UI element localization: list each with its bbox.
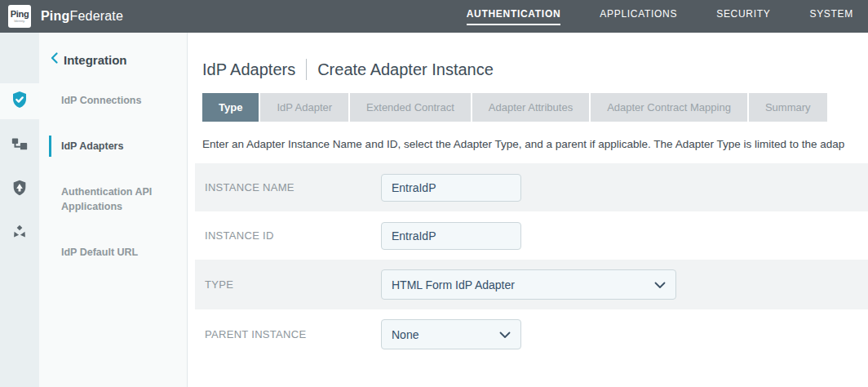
- ping-logo: Ping Identity.: [8, 5, 31, 28]
- sidebar-item-authentication-api-applications[interactable]: Authentication API Applications: [49, 181, 179, 217]
- type-dropdown[interactable]: HTML Form IdP Adapter: [381, 269, 676, 300]
- rail-item-system[interactable]: [0, 216, 39, 251]
- nav-security[interactable]: SECURITY: [716, 8, 770, 25]
- instance-id-input[interactable]: [381, 222, 521, 250]
- chevron-down-icon: [499, 328, 511, 341]
- wizard-tabs: Type IdP Adapter Extended Contract Adapt…: [202, 93, 868, 122]
- sidebar-section-header[interactable]: Integration: [49, 52, 187, 67]
- nav-authentication[interactable]: AUTHENTICATION: [467, 8, 561, 25]
- app-header: Ping Identity. PingFederate AUTHENTICATI…: [0, 0, 868, 33]
- tab-adapter-attributes[interactable]: Adapter Attributes: [472, 93, 589, 122]
- system-icon: [11, 223, 29, 244]
- sidebar-item-idp-connections[interactable]: IdP Connections: [49, 90, 179, 111]
- parent-instance-dropdown-value: None: [392, 328, 418, 341]
- icon-rail: [0, 33, 39, 387]
- adapter-form: INSTANCE NAME INSTANCE ID TYPE HTML Form…: [195, 163, 868, 359]
- sidebar: Integration IdP Connections IdP Adapters…: [39, 33, 188, 387]
- sidebar-section-label: Integration: [64, 53, 127, 67]
- instance-name-label: INSTANCE NAME: [205, 181, 381, 194]
- title-separator: [306, 59, 307, 80]
- shield-check-icon: [10, 90, 29, 113]
- type-dropdown-value: HTML Form IdP Adapter: [392, 278, 515, 291]
- chevron-left-icon: [51, 52, 58, 67]
- instance-name-input[interactable]: [381, 174, 521, 202]
- form-row-type: TYPE HTML Form IdP Adapter: [195, 260, 868, 309]
- nav-system[interactable]: SYSTEM: [809, 8, 853, 25]
- shield-arrow-icon: [11, 179, 29, 200]
- nav-applications[interactable]: APPLICATIONS: [600, 8, 677, 25]
- ping-logo-text: Ping: [11, 10, 29, 19]
- brand-light: Federate: [69, 9, 123, 23]
- tab-type[interactable]: Type: [202, 93, 259, 122]
- type-label: TYPE: [205, 278, 381, 291]
- sidebar-item-idp-adapters[interactable]: IdP Adapters: [49, 136, 179, 157]
- main-content: IdP Adapters Create Adapter Instance Typ…: [188, 33, 868, 387]
- top-nav: AUTHENTICATION APPLICATIONS SECURITY SYS…: [467, 8, 853, 25]
- form-row-parent-instance: PARENT INSTANCE None: [195, 309, 868, 359]
- form-row-instance-id: INSTANCE ID: [195, 211, 868, 260]
- rail-item-security[interactable]: [0, 171, 39, 207]
- sidebar-item-idp-default-url[interactable]: IdP Default URL: [49, 242, 179, 263]
- rail-item-authentication[interactable]: [0, 83, 39, 119]
- tab-adapter-contract-mapping[interactable]: Adapter Contract Mapping: [591, 93, 747, 122]
- page-title: IdP Adapters Create Adapter Instance: [202, 59, 868, 80]
- parent-instance-label: PARENT INSTANCE: [205, 328, 381, 340]
- tab-summary[interactable]: Summary: [749, 93, 827, 122]
- page-title-secondary: Create Adapter Instance: [317, 60, 494, 79]
- parent-instance-dropdown[interactable]: None: [381, 319, 521, 349]
- page-description: Enter an Adapter Instance Name and ID, s…: [202, 138, 868, 150]
- form-row-instance-name: INSTANCE NAME: [195, 163, 868, 211]
- sitemap-icon: [11, 135, 29, 156]
- app-title: PingFederate: [41, 9, 123, 24]
- sidebar-nav: IdP Connections IdP Adapters Authenticat…: [49, 90, 187, 263]
- chevron-down-icon: [654, 278, 666, 291]
- page-title-primary: IdP Adapters: [202, 60, 295, 79]
- tab-idp-adapter[interactable]: IdP Adapter: [260, 93, 348, 122]
- rail-item-applications[interactable]: [0, 127, 39, 163]
- tab-extended-contract[interactable]: Extended Contract: [350, 93, 471, 122]
- instance-id-label: INSTANCE ID: [205, 229, 381, 242]
- ping-logo-subtext: Identity.: [14, 19, 25, 23]
- brand-bold: Ping: [41, 9, 69, 23]
